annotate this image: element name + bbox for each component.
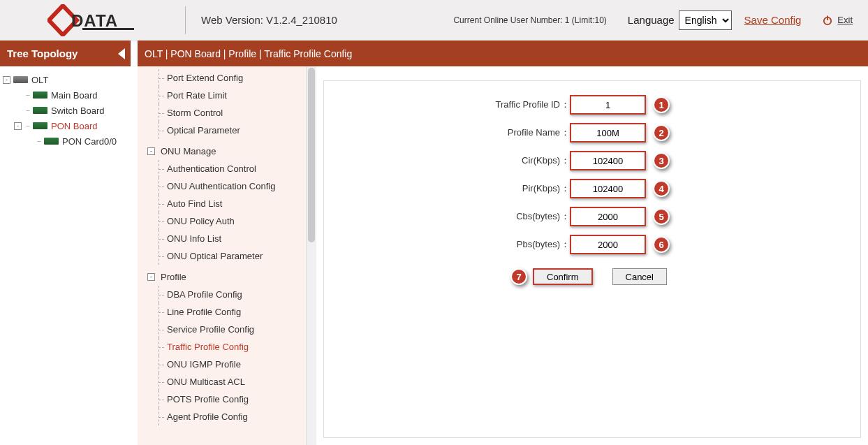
input-pbs-bytes-[interactable] <box>570 235 646 254</box>
subnav-line-profile-config[interactable]: Line Profile Config <box>145 303 306 321</box>
subnav-port-rate-limit[interactable]: Port Rate Limit <box>145 87 306 104</box>
collapse-icon[interactable]: - <box>14 122 22 130</box>
input-cir-kbps-[interactable] <box>570 151 646 170</box>
svg-rect-2 <box>82 28 134 30</box>
board-icon <box>33 107 47 114</box>
step-badge-5: 5 <box>653 208 670 225</box>
subnav-label: ONU Manage <box>161 146 216 156</box>
colon: ： <box>560 238 570 251</box>
step-badge-3: 3 <box>653 152 670 169</box>
brand-logo: DATA <box>0 0 185 41</box>
subnav-label: POTS Profile Config <box>167 394 249 404</box>
subnav-label: Traffic Profile Config <box>167 342 249 352</box>
tree-title-bar[interactable]: Tree Topology <box>0 41 131 66</box>
subnav-pots-profile-config[interactable]: POTS Profile Config <box>145 391 306 408</box>
board-icon <box>44 138 59 145</box>
form-label: Pir(Kbps)： <box>324 182 570 195</box>
form-label: Traffic Profile ID： <box>324 99 570 111</box>
colon: ： <box>560 154 570 167</box>
form-row-traffic-profile-id: Traffic Profile ID：1 <box>324 91 860 119</box>
form-row-profile-name: Profile Name：2 <box>324 119 860 147</box>
form-panel: Traffic Profile ID：1Profile Name：2Cir(Kb… <box>323 80 861 438</box>
subnav-auto-find-list[interactable]: Auto Find List <box>145 195 306 212</box>
subnav-onu-info-list[interactable]: ONU Info List <box>145 230 306 247</box>
collapse-icon[interactable]: - <box>147 147 155 155</box>
tree-connector: – <box>24 92 31 99</box>
subnav-label: ONU Multicast ACL <box>167 377 245 387</box>
tree-item-label: Switch Board <box>51 105 105 116</box>
tree-connector: – <box>24 122 31 129</box>
subnav-label: Storm Control <box>167 108 223 118</box>
input-profile-name[interactable] <box>570 123 646 143</box>
tree-item-label: PON Card0/0 <box>62 136 117 147</box>
cancel-button[interactable]: Cancel <box>612 268 667 285</box>
breadcrumb: OLT | PON Board | Profile | Traffic Prof… <box>138 41 868 66</box>
online-user-count: Current Online User Number: 1 (Limit:10) <box>453 15 606 25</box>
scrollbar-thumb[interactable] <box>308 68 315 242</box>
subnav-traffic-profile-config[interactable]: Traffic Profile Config <box>145 338 306 356</box>
tree-item-switch-board[interactable]: –Switch Board <box>3 103 128 118</box>
subnav-authentication-control[interactable]: Authentication Control <box>145 160 306 177</box>
subnav-label: Optical Parameter <box>167 125 240 136</box>
step-badge-6: 6 <box>653 236 670 253</box>
subnav-onu-igmp-profile[interactable]: ONU IGMP Profile <box>145 356 306 373</box>
input-pir-kbps-[interactable] <box>570 179 646 198</box>
subnav-service-profile-config[interactable]: Service Profile Config <box>145 321 306 338</box>
collapse-icon[interactable]: - <box>3 76 10 84</box>
input-traffic-profile-id[interactable] <box>570 95 646 115</box>
collapse-left-icon <box>118 48 125 59</box>
exit-link[interactable]: Exit <box>822 15 853 26</box>
subnav-dba-profile-config[interactable]: DBA Profile Config <box>145 286 306 303</box>
subnav-optical-parameter[interactable]: Optical Parameter <box>145 122 306 139</box>
subnav-label: DBA Profile Config <box>167 289 242 300</box>
scrollbar[interactable] <box>306 66 316 445</box>
tree-connector: – <box>36 138 43 145</box>
subnav-label: Port Rate Limit <box>167 90 227 101</box>
step-badge-7: 7 <box>510 268 527 285</box>
form-label: Cir(Kbps)： <box>324 154 570 167</box>
form-row-cir-kbps-: Cir(Kbps)：3 <box>324 147 860 175</box>
header-divider <box>185 6 186 34</box>
language-select[interactable]: English <box>679 10 732 30</box>
save-config-link[interactable]: Save Config <box>744 14 802 26</box>
subnav-label: ONU Optical Parameter <box>167 251 263 261</box>
web-version: Web Version: V1.2.4_210810 <box>201 14 337 26</box>
step-badge-4: 4 <box>653 180 670 197</box>
language-label: Language <box>628 14 675 26</box>
tree-item-pon-board[interactable]: -–PON Board <box>3 118 128 133</box>
tree-item-label: PON Board <box>51 121 97 131</box>
form-row-pbs-bytes-: Pbs(bytes)：6 <box>324 231 860 258</box>
tree-item-pon-card0/0[interactable]: –PON Card0/0 <box>3 133 128 149</box>
form-label: Profile Name： <box>324 126 570 139</box>
input-cbs-bytes-[interactable] <box>570 207 646 226</box>
subnav-onu-optical-parameter[interactable]: ONU Optical Parameter <box>145 247 306 265</box>
board-icon <box>13 76 28 83</box>
board-icon <box>33 122 47 129</box>
subnav-label: ONU Policy Auth <box>167 216 235 226</box>
subnav-agent-profile-config[interactable]: Agent Profile Config <box>145 408 306 425</box>
colon: ： <box>560 99 570 111</box>
subnav-onu-authentication-config[interactable]: ONU Authentication Config <box>145 177 306 195</box>
subnav-label: ONU IGMP Profile <box>167 359 241 370</box>
subnav-onu-manage[interactable]: -ONU Manage <box>145 142 306 160</box>
confirm-button[interactable]: Confirm <box>533 268 593 285</box>
subnav-profile[interactable]: -Profile <box>145 268 306 286</box>
subnav-onu-multicast-acl[interactable]: ONU Multicast ACL <box>145 373 306 391</box>
subnav-onu-policy-auth[interactable]: ONU Policy Auth <box>145 212 306 230</box>
subnav-port-extend-config[interactable]: Port Extend Config <box>145 69 306 87</box>
tree-item-olt[interactable]: -OLT <box>3 72 128 87</box>
subnav-storm-control[interactable]: Storm Control <box>145 104 306 122</box>
subnav-label: ONU Authentication Config <box>167 181 275 191</box>
exit-text: Exit <box>837 15 853 25</box>
tree-sidebar: Tree Topology -OLT–Main Board–Switch Boa… <box>0 41 131 445</box>
header: DATA Web Version: V1.2.4_210810 Current … <box>0 0 868 41</box>
tree-spacer <box>25 138 33 145</box>
form-row-cbs-bytes-: Cbs(bytes)：5 <box>324 203 860 231</box>
subnav-label: Port Extend Config <box>167 73 243 83</box>
subnav-label: Authentication Control <box>167 163 256 174</box>
subnav-label: Profile <box>161 272 186 282</box>
tree-item-main-board[interactable]: –Main Board <box>3 87 128 103</box>
collapse-icon[interactable]: - <box>147 273 155 281</box>
tree-item-label: Main Board <box>51 90 97 101</box>
form-row-pir-kbps-: Pir(Kbps)：4 <box>324 175 860 203</box>
